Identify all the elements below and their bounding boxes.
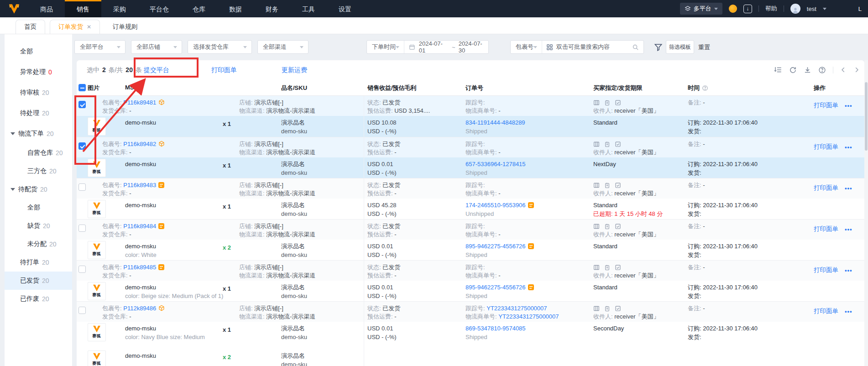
package-number-link[interactable]: P116k89482 bbox=[123, 141, 156, 147]
sidebar-item-待审核[interactable]: 待审核20 bbox=[5, 82, 72, 103]
multi-platform-selector[interactable]: 多平台 bbox=[680, 3, 722, 15]
filter-template-button[interactable]: 筛选模板 bbox=[666, 40, 694, 54]
more-actions[interactable]: ••• bbox=[845, 308, 852, 315]
column-settings-icon[interactable] bbox=[774, 66, 782, 74]
check-square-icon[interactable] bbox=[615, 141, 621, 147]
product-image[interactable]: 赛狐 bbox=[88, 282, 106, 300]
clipboard-icon[interactable] bbox=[604, 223, 610, 230]
columns-icon[interactable] bbox=[593, 182, 600, 188]
package-number-link[interactable]: P116k89484 bbox=[123, 223, 156, 230]
row-checkbox[interactable] bbox=[78, 142, 86, 150]
more-actions[interactable]: ••• bbox=[845, 144, 852, 151]
check-square-icon[interactable] bbox=[615, 305, 621, 312]
nav-item-销售[interactable]: 销售 bbox=[65, 0, 101, 17]
clipboard-icon[interactable] bbox=[604, 141, 610, 147]
more-actions[interactable]: ••• bbox=[845, 102, 852, 109]
nav-item-财务[interactable]: 财务 bbox=[254, 0, 290, 17]
clipboard-icon[interactable] bbox=[604, 182, 610, 188]
row-print-label-link[interactable]: 打印面单 bbox=[814, 101, 838, 110]
product-image[interactable]: 赛狐 bbox=[88, 323, 106, 341]
close-icon[interactable]: ✕ bbox=[87, 24, 91, 30]
tab-首页[interactable]: 首页 bbox=[16, 20, 45, 34]
help-link[interactable]: 帮助 bbox=[765, 5, 777, 13]
columns-icon[interactable] bbox=[593, 99, 600, 106]
refresh-icon[interactable] bbox=[789, 66, 797, 74]
sidebar-item-三方仓[interactable]: 三方仓20 bbox=[5, 162, 72, 180]
time-type-select[interactable]: 下单时间 bbox=[367, 43, 396, 51]
platform-select[interactable]: 全部平台 bbox=[74, 40, 125, 54]
sidebar-item-待处理[interactable]: 待处理20 bbox=[5, 103, 72, 123]
product-image[interactable]: 赛狐 bbox=[88, 200, 106, 218]
avatar[interactable] bbox=[790, 4, 800, 14]
order-number-link[interactable]: 869-5347810-9574085 bbox=[465, 325, 526, 332]
help-icon[interactable] bbox=[818, 66, 826, 74]
clipboard-icon[interactable] bbox=[604, 305, 610, 312]
print-label-button[interactable]: 打印面单 bbox=[211, 66, 237, 74]
nav-item-数据[interactable]: 数据 bbox=[217, 0, 254, 17]
nav-item-工具[interactable]: 工具 bbox=[290, 0, 327, 17]
order-number-link[interactable]: 174-2465510-9553906 bbox=[465, 202, 526, 209]
nav-item-采购[interactable]: 采购 bbox=[101, 0, 138, 17]
product-image[interactable]: 赛狐 bbox=[88, 117, 106, 136]
shop-select[interactable]: 全部店铺 bbox=[131, 40, 182, 54]
username[interactable]: test bbox=[807, 5, 816, 12]
row-checkbox[interactable] bbox=[78, 101, 86, 108]
row-checkbox[interactable] bbox=[78, 307, 86, 314]
more-actions[interactable]: ••• bbox=[845, 226, 852, 233]
row-checkbox[interactable] bbox=[78, 225, 86, 232]
columns-icon[interactable] bbox=[593, 264, 600, 271]
row-print-label-link[interactable]: 打印面单 bbox=[814, 266, 838, 274]
nav-item-设置[interactable]: 设置 bbox=[327, 0, 363, 17]
row-checkbox[interactable] bbox=[78, 266, 86, 273]
sidebar-item-异常处理[interactable]: 异常处理0 bbox=[5, 62, 72, 82]
package-number-link[interactable]: P112k89486 bbox=[123, 305, 156, 312]
sidebar-item-自营仓库[interactable]: 自营仓库20 bbox=[5, 144, 72, 162]
row-checkbox[interactable] bbox=[78, 183, 86, 191]
more-actions[interactable]: ••• bbox=[845, 185, 852, 192]
sidebar-item-已发货[interactable]: 已发货20 bbox=[5, 272, 72, 290]
order-number-link[interactable]: 834-1191444-4848289 bbox=[465, 119, 525, 126]
download-icon[interactable] bbox=[804, 66, 811, 74]
tab-订单规则[interactable]: 订单规则 bbox=[105, 20, 146, 34]
check-square-icon[interactable] bbox=[615, 223, 621, 230]
sidebar-item-待配货[interactable]: 待配货20 bbox=[5, 180, 72, 199]
nav-item-商品[interactable]: 商品 bbox=[28, 0, 65, 17]
sidebar-item-全部[interactable]: 全部 bbox=[5, 41, 72, 62]
next-page-icon[interactable] bbox=[853, 67, 860, 73]
row-print-label-link[interactable]: 打印面单 bbox=[814, 225, 838, 233]
sidebar-item-待打单[interactable]: 待打单20 bbox=[5, 253, 72, 272]
coin-icon[interactable] bbox=[729, 5, 737, 13]
columns-icon[interactable] bbox=[593, 223, 600, 230]
vertical-scrollbar[interactable] bbox=[864, 60, 868, 366]
search-icon[interactable] bbox=[632, 44, 639, 51]
tab-订单发货[interactable]: 订单发货✕ bbox=[50, 20, 100, 34]
product-image[interactable]: 赛狐 bbox=[88, 350, 106, 366]
sidebar-item-全部[interactable]: 全部 bbox=[5, 199, 72, 217]
date-to[interactable]: 2024-07-30 bbox=[459, 40, 488, 54]
help-circle-icon[interactable] bbox=[702, 85, 708, 91]
check-square-icon[interactable] bbox=[615, 99, 621, 106]
scrollbar-thumb[interactable] bbox=[865, 82, 868, 151]
sidebar-item-物流下单[interactable]: 物流下单20 bbox=[5, 123, 72, 144]
nav-item-平台仓[interactable]: 平台仓 bbox=[138, 0, 181, 17]
order-number-link[interactable]: 895-9462275-4556726 bbox=[465, 284, 526, 291]
warehouse-select[interactable]: 选择发货仓库 bbox=[188, 40, 252, 54]
product-image[interactable]: 赛狐 bbox=[88, 159, 106, 177]
sidebar-item-已作废[interactable]: 已作废20 bbox=[5, 290, 72, 308]
order-number-link[interactable]: 657-5336964-1278415 bbox=[465, 161, 526, 167]
search-input[interactable]: 双击可批量搜索内容 bbox=[556, 43, 632, 51]
package-number-link[interactable]: P116k89485 bbox=[123, 264, 156, 271]
user-caret-icon[interactable] bbox=[823, 8, 826, 10]
prev-page-icon[interactable] bbox=[840, 67, 847, 73]
channel-select[interactable]: 全部渠道 bbox=[257, 40, 309, 54]
product-image[interactable]: 赛狐 bbox=[88, 241, 106, 259]
check-square-icon[interactable] bbox=[615, 264, 621, 271]
date-from[interactable]: 2024-07-01 bbox=[419, 40, 449, 54]
more-actions[interactable]: ••• bbox=[845, 267, 852, 274]
filter-funnel-icon[interactable] bbox=[654, 43, 663, 52]
check-square-icon[interactable] bbox=[615, 182, 621, 188]
package-number-link[interactable]: P116k89481 bbox=[123, 99, 156, 106]
logo-fox-icon[interactable] bbox=[0, 0, 28, 17]
clipboard-icon[interactable] bbox=[604, 99, 610, 106]
search-type-select[interactable]: 包裹号 bbox=[511, 43, 533, 51]
